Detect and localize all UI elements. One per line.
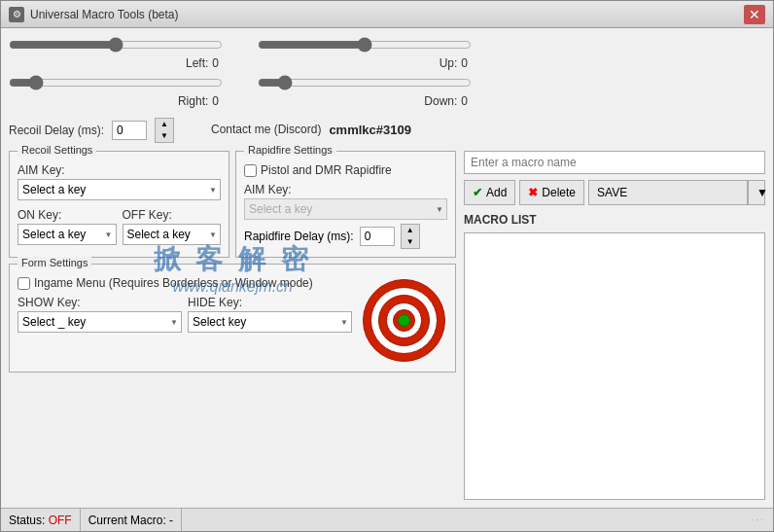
right-slider[interactable] — [9, 74, 223, 91]
rapidfire-spin-down[interactable]: ▼ — [402, 236, 419, 248]
form-settings-area: Ingame Menu (Requires Borderless or Wind… — [18, 276, 447, 364]
save-dropdown-button[interactable]: ▼ — [748, 180, 765, 205]
status-item: Status: OFF — [9, 509, 81, 531]
rapidfire-aim-key-select[interactable]: Select a key — [244, 198, 447, 220]
top-sliders-row: Left: 0 Up: 0 — [9, 36, 765, 70]
delay-row: Recoil Delay (ms): ▲ ▼ — [9, 118, 174, 143]
recoil-settings-group: Recoil Settings AIM Key: Select a key ▼ — [9, 151, 229, 258]
rapidfire-delay-row: Rapidfire Delay (ms): ▲ ▼ — [244, 224, 447, 249]
up-label: Up: — [440, 56, 458, 70]
svg-point-5 — [398, 314, 409, 326]
hide-key-select-wrapper: Select key ▼ — [188, 311, 352, 333]
right-value: 0 — [212, 94, 219, 108]
left-slider[interactable] — [9, 36, 223, 53]
form-settings-title: Form Settings — [18, 257, 91, 268]
left-label-row: Left: 0 — [9, 56, 223, 70]
show-key-group: SHOW Key: Select _ key ▼ — [18, 296, 182, 333]
delete-button[interactable]: ✖ Delete — [519, 180, 584, 205]
pistol-dmr-label[interactable]: Pistol and DMR Rapidfire — [261, 163, 392, 177]
down-slider-group: Down: 0 — [258, 74, 472, 108]
hide-key-label: HIDE Key: — [188, 296, 352, 309]
off-key-group: OFF Key: Select a key ▼ — [123, 208, 222, 245]
bottom-sliders-row: Right: 0 Down: 0 — [9, 74, 765, 108]
macro-list-label: MACRO LIST — [464, 213, 765, 227]
delay-input1[interactable] — [112, 121, 147, 140]
status-bar: Status: OFF Current Macro: - ··· — [1, 508, 773, 531]
aim-key-select-wrapper: Select a key ▼ — [18, 179, 221, 200]
add-button[interactable]: ✔ Add — [464, 180, 515, 205]
current-macro-value: - — [169, 514, 173, 527]
close-button[interactable]: ✕ — [744, 5, 765, 24]
macro-list-box — [464, 232, 765, 500]
delay-label: Recoil Delay (ms): — [9, 124, 104, 137]
rapidfire-title: Rapidfire Settings — [244, 144, 336, 156]
rapidfire-checkbox-row: Pistol and DMR Rapidfire — [244, 163, 447, 177]
rapidfire-spin-up[interactable]: ▲ — [402, 225, 419, 236]
on-key-select[interactable]: Select a key — [18, 224, 117, 245]
show-key-select[interactable]: Select _ key — [18, 311, 182, 333]
save-label: SAVE — [597, 186, 627, 199]
off-key-select[interactable]: Select a key — [123, 224, 222, 245]
down-slider[interactable] — [258, 74, 472, 91]
main-area: Recoil Settings AIM Key: Select a key ▼ — [9, 151, 765, 500]
up-slider[interactable] — [258, 36, 472, 53]
on-off-row: ON Key: Select a key ▼ — [18, 208, 221, 245]
right-slider-group: Right: 0 — [9, 74, 223, 108]
form-settings-content: Ingame Menu (Requires Borderless or Wind… — [18, 272, 447, 364]
macro-panel: ✔ Add ✖ Delete SAVE ▼ — [464, 151, 765, 500]
show-hide-row: SHOW Key: Select _ key ▼ — [18, 296, 352, 333]
main-content: 掀 客 解 密 www.qiankejm.cn Left: 0 — [1, 28, 773, 508]
current-macro-label: Current Macro: — [88, 514, 166, 527]
window-title: Universal Macro Tools (beta) — [30, 8, 744, 21]
left-slider-group: Left: 0 — [9, 36, 223, 70]
up-slider-group: Up: 0 — [258, 36, 472, 70]
target-image — [360, 276, 447, 364]
content-area: Left: 0 Up: 0 — [1, 28, 773, 508]
spin-up-btn[interactable]: ▲ — [156, 119, 173, 130]
check-icon: ✔ — [473, 186, 482, 199]
macro-name-input[interactable] — [464, 151, 765, 174]
main-window: ⚙ Universal Macro Tools (beta) ✕ 掀 客 解 密… — [0, 0, 774, 532]
ingame-menu-checkbox[interactable] — [18, 277, 30, 290]
aim-key-label: AIM Key: — [18, 163, 221, 177]
rapidfire-delay-label: Rapidfire Delay (ms): — [244, 230, 354, 243]
spin-down-btn[interactable]: ▼ — [156, 130, 173, 142]
hide-key-select[interactable]: Select key — [188, 311, 352, 333]
show-key-select-wrapper: Select _ key ▼ — [18, 311, 182, 333]
contact-row: Contact me (Discord) cmmlkc#3109 — [211, 123, 411, 137]
aim-key-select[interactable]: Select a key — [18, 179, 221, 200]
on-key-label: ON Key: — [18, 208, 117, 222]
target-svg — [363, 279, 445, 362]
rapidfire-settings-group: Rapidfire Settings Pistol and DMR Rapidf… — [235, 151, 456, 258]
rapidfire-delay-input[interactable] — [360, 227, 395, 246]
status-dots: ··· — [752, 514, 765, 525]
down-label-row: Down: 0 — [258, 94, 472, 108]
rapidfire-aim-key-label: AIM Key: — [244, 183, 447, 196]
save-split: SAVE ▼ — [588, 180, 765, 205]
pistol-dmr-checkbox[interactable] — [244, 164, 257, 177]
hide-key-group: HIDE Key: Select key ▼ — [188, 296, 352, 333]
contact-label: Contact me (Discord) — [211, 123, 321, 136]
form-settings-group: Form Settings Ingame Menu (Requires Bord… — [9, 264, 456, 372]
on-key-group: ON Key: Select a key ▼ — [18, 208, 117, 245]
rapidfire-aim-key-wrapper: Select a key ▼ — [244, 198, 447, 220]
save-button[interactable]: SAVE — [588, 180, 748, 205]
ingame-menu-label[interactable]: Ingame Menu (Requires Borderless or Wind… — [34, 276, 313, 290]
show-key-label: SHOW Key: — [18, 296, 182, 309]
on-key-select-wrapper: Select a key ▼ — [18, 224, 117, 245]
off-key-label: OFF Key: — [123, 208, 222, 222]
down-value: 0 — [461, 94, 468, 108]
down-label: Down: — [424, 94, 457, 108]
current-macro-item: Current Macro: - — [81, 509, 182, 531]
delete-label: Delete — [542, 186, 576, 199]
right-label: Right: — [178, 94, 208, 108]
x-icon: ✖ — [528, 186, 538, 199]
left-label: Left: — [186, 56, 208, 70]
add-label: Add — [486, 186, 507, 199]
settings-row: Recoil Settings AIM Key: Select a key ▼ — [9, 151, 456, 258]
contact-value: cmmlkc#3109 — [329, 123, 411, 137]
recoil-content: AIM Key: Select a key ▼ — [18, 160, 221, 245]
sliders-section: Left: 0 Up: 0 — [9, 36, 765, 147]
form-settings-left: Ingame Menu (Requires Borderless or Wind… — [18, 276, 352, 364]
right-label-row: Right: 0 — [9, 94, 223, 108]
